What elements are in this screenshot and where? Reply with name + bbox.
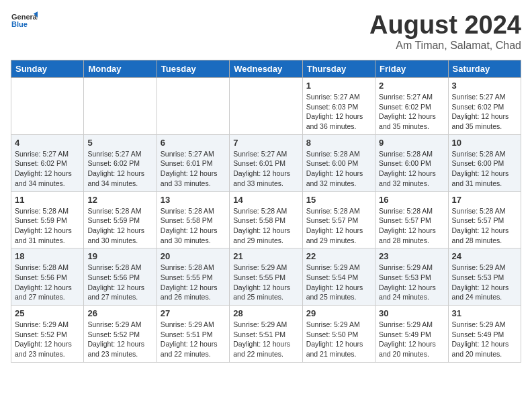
calendar-cell: 30Sunrise: 5:29 AM Sunset: 5:49 PM Dayli… <box>375 306 448 363</box>
calendar-cell <box>84 78 157 135</box>
day-info: Sunrise: 5:29 AM Sunset: 5:55 PM Dayligh… <box>233 263 298 302</box>
day-info: Sunrise: 5:27 AM Sunset: 6:03 PM Dayligh… <box>306 92 371 132</box>
calendar-header-row: SundayMondayTuesdayWednesdayThursdayFrid… <box>11 60 521 78</box>
day-header-monday: Monday <box>84 60 157 78</box>
day-number: 14 <box>233 195 298 205</box>
calendar-cell: 5Sunrise: 5:27 AM Sunset: 6:02 PM Daylig… <box>84 134 157 191</box>
day-number: 2 <box>379 81 444 91</box>
calendar-week-row: 18Sunrise: 5:28 AM Sunset: 5:56 PM Dayli… <box>11 248 521 306</box>
day-info: Sunrise: 5:28 AM Sunset: 5:56 PM Dayligh… <box>15 263 80 302</box>
calendar-cell: 12Sunrise: 5:28 AM Sunset: 5:59 PM Dayli… <box>84 191 157 248</box>
calendar-cell <box>230 78 302 135</box>
calendar-cell: 21Sunrise: 5:29 AM Sunset: 5:55 PM Dayli… <box>230 248 302 306</box>
calendar-cell: 31Sunrise: 5:29 AM Sunset: 5:49 PM Dayli… <box>448 306 521 363</box>
calendar-cell: 29Sunrise: 5:29 AM Sunset: 5:50 PM Dayli… <box>302 306 375 363</box>
day-number: 9 <box>379 138 444 148</box>
day-info: Sunrise: 5:29 AM Sunset: 5:54 PM Dayligh… <box>306 263 371 302</box>
day-info: Sunrise: 5:28 AM Sunset: 5:56 PM Dayligh… <box>87 263 152 302</box>
day-info: Sunrise: 5:29 AM Sunset: 5:52 PM Dayligh… <box>87 320 152 359</box>
day-number: 18 <box>15 251 80 261</box>
day-header-sunday: Sunday <box>11 60 84 78</box>
calendar: SundayMondayTuesdayWednesdayThursdayFrid… <box>11 60 521 363</box>
calendar-cell: 11Sunrise: 5:28 AM Sunset: 5:59 PM Dayli… <box>11 191 84 248</box>
day-number: 23 <box>379 251 444 261</box>
day-info: Sunrise: 5:29 AM Sunset: 5:53 PM Dayligh… <box>452 263 517 302</box>
calendar-cell: 25Sunrise: 5:29 AM Sunset: 5:52 PM Dayli… <box>11 306 84 363</box>
calendar-cell <box>11 78 84 135</box>
day-header-wednesday: Wednesday <box>230 60 302 78</box>
day-info: Sunrise: 5:27 AM Sunset: 6:01 PM Dayligh… <box>161 149 226 189</box>
day-info: Sunrise: 5:28 AM Sunset: 5:57 PM Dayligh… <box>306 206 371 246</box>
day-number: 11 <box>15 195 80 205</box>
svg-text:General: General <box>11 13 38 21</box>
day-number: 7 <box>233 138 298 148</box>
calendar-cell: 19Sunrise: 5:28 AM Sunset: 5:56 PM Dayli… <box>84 248 157 306</box>
day-number: 25 <box>15 308 80 318</box>
day-number: 5 <box>87 138 152 148</box>
day-info: Sunrise: 5:28 AM Sunset: 5:57 PM Dayligh… <box>452 206 517 246</box>
calendar-cell: 23Sunrise: 5:29 AM Sunset: 5:53 PM Dayli… <box>375 248 448 306</box>
calendar-cell: 15Sunrise: 5:28 AM Sunset: 5:57 PM Dayli… <box>302 191 375 248</box>
day-info: Sunrise: 5:29 AM Sunset: 5:49 PM Dayligh… <box>379 320 444 359</box>
day-info: Sunrise: 5:27 AM Sunset: 6:02 PM Dayligh… <box>15 149 80 189</box>
day-info: Sunrise: 5:29 AM Sunset: 5:53 PM Dayligh… <box>379 263 444 302</box>
day-number: 28 <box>233 308 298 318</box>
month-title: August 2024 <box>369 11 521 40</box>
calendar-cell: 4Sunrise: 5:27 AM Sunset: 6:02 PM Daylig… <box>11 134 84 191</box>
day-header-saturday: Saturday <box>448 60 521 78</box>
calendar-cell: 14Sunrise: 5:28 AM Sunset: 5:58 PM Dayli… <box>230 191 302 248</box>
day-info: Sunrise: 5:29 AM Sunset: 5:51 PM Dayligh… <box>161 320 226 359</box>
calendar-cell: 10Sunrise: 5:28 AM Sunset: 6:00 PM Dayli… <box>448 134 521 191</box>
calendar-cell: 7Sunrise: 5:27 AM Sunset: 6:01 PM Daylig… <box>230 134 302 191</box>
day-number: 13 <box>161 195 226 205</box>
calendar-week-row: 11Sunrise: 5:28 AM Sunset: 5:59 PM Dayli… <box>11 191 521 248</box>
day-header-friday: Friday <box>375 60 448 78</box>
calendar-cell: 26Sunrise: 5:29 AM Sunset: 5:52 PM Dayli… <box>84 306 157 363</box>
logo: General Blue <box>11 11 38 30</box>
logo-icon: General Blue <box>11 11 38 30</box>
day-info: Sunrise: 5:28 AM Sunset: 5:55 PM Dayligh… <box>161 263 226 302</box>
day-info: Sunrise: 5:28 AM Sunset: 5:59 PM Dayligh… <box>15 206 80 246</box>
calendar-cell: 6Sunrise: 5:27 AM Sunset: 6:01 PM Daylig… <box>157 134 229 191</box>
calendar-cell: 1Sunrise: 5:27 AM Sunset: 6:03 PM Daylig… <box>302 78 375 135</box>
day-number: 31 <box>452 308 517 318</box>
day-info: Sunrise: 5:27 AM Sunset: 6:01 PM Dayligh… <box>233 149 298 189</box>
calendar-cell: 24Sunrise: 5:29 AM Sunset: 5:53 PM Dayli… <box>448 248 521 306</box>
day-number: 6 <box>161 138 226 148</box>
day-number: 24 <box>452 251 517 261</box>
calendar-cell: 8Sunrise: 5:28 AM Sunset: 6:00 PM Daylig… <box>302 134 375 191</box>
day-number: 30 <box>379 308 444 318</box>
calendar-cell: 3Sunrise: 5:27 AM Sunset: 6:02 PM Daylig… <box>448 78 521 135</box>
day-info: Sunrise: 5:28 AM Sunset: 6:00 PM Dayligh… <box>379 149 444 189</box>
day-info: Sunrise: 5:28 AM Sunset: 6:00 PM Dayligh… <box>306 149 371 189</box>
calendar-cell: 9Sunrise: 5:28 AM Sunset: 6:00 PM Daylig… <box>375 134 448 191</box>
calendar-cell <box>157 78 229 135</box>
svg-text:Blue: Blue <box>11 20 28 28</box>
day-info: Sunrise: 5:29 AM Sunset: 5:51 PM Dayligh… <box>233 320 298 359</box>
day-number: 10 <box>452 138 517 148</box>
day-number: 16 <box>379 195 444 205</box>
day-info: Sunrise: 5:27 AM Sunset: 6:02 PM Dayligh… <box>379 92 444 132</box>
day-info: Sunrise: 5:28 AM Sunset: 5:59 PM Dayligh… <box>87 206 152 246</box>
day-number: 22 <box>306 251 371 261</box>
location-title: Am Timan, Salamat, Chad <box>369 40 521 52</box>
calendar-cell: 27Sunrise: 5:29 AM Sunset: 5:51 PM Dayli… <box>157 306 229 363</box>
day-header-thursday: Thursday <box>302 60 375 78</box>
calendar-cell: 18Sunrise: 5:28 AM Sunset: 5:56 PM Dayli… <box>11 248 84 306</box>
day-header-tuesday: Tuesday <box>157 60 229 78</box>
calendar-cell: 17Sunrise: 5:28 AM Sunset: 5:57 PM Dayli… <box>448 191 521 248</box>
calendar-cell: 13Sunrise: 5:28 AM Sunset: 5:58 PM Dayli… <box>157 191 229 248</box>
day-number: 27 <box>161 308 226 318</box>
day-number: 29 <box>306 308 371 318</box>
day-info: Sunrise: 5:27 AM Sunset: 6:02 PM Dayligh… <box>87 149 152 189</box>
day-number: 12 <box>87 195 152 205</box>
calendar-week-row: 1Sunrise: 5:27 AM Sunset: 6:03 PM Daylig… <box>11 78 521 135</box>
day-number: 21 <box>233 251 298 261</box>
day-info: Sunrise: 5:29 AM Sunset: 5:50 PM Dayligh… <box>306 320 371 359</box>
calendar-cell: 22Sunrise: 5:29 AM Sunset: 5:54 PM Dayli… <box>302 248 375 306</box>
day-info: Sunrise: 5:29 AM Sunset: 5:49 PM Dayligh… <box>452 320 517 359</box>
day-number: 8 <box>306 138 371 148</box>
calendar-cell: 28Sunrise: 5:29 AM Sunset: 5:51 PM Dayli… <box>230 306 302 363</box>
day-number: 26 <box>87 308 152 318</box>
day-info: Sunrise: 5:27 AM Sunset: 6:02 PM Dayligh… <box>452 92 517 132</box>
